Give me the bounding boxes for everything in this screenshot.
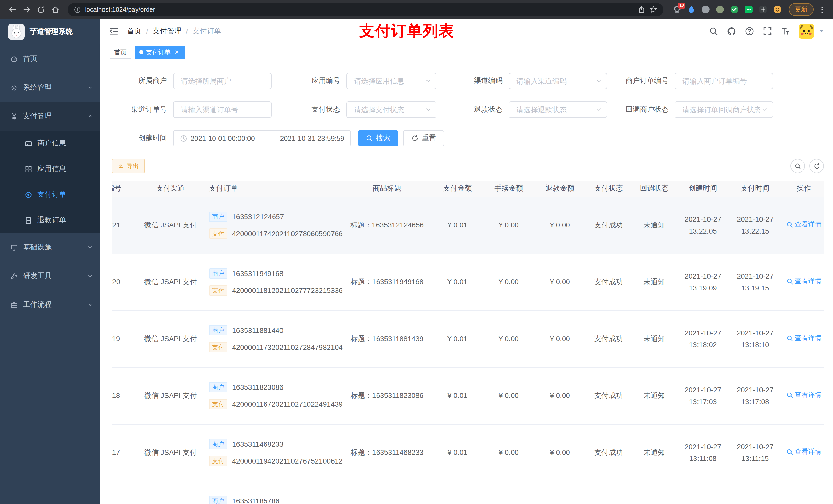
filter-pay-status-input[interactable] (353, 105, 425, 114)
home-button[interactable] (48, 3, 63, 16)
filter-channel-code-input[interactable] (515, 76, 595, 86)
column-header: 回调状态 (632, 181, 677, 197)
tab-close-icon[interactable]: × (173, 49, 180, 56)
refresh-table-button[interactable] (809, 159, 824, 173)
cell-refund: ¥ 0.00 (534, 310, 586, 367)
export-button[interactable]: 导出 (112, 159, 145, 173)
merchant-order-no: 1635311468233 (232, 438, 283, 450)
filter-merchant-input[interactable] (180, 76, 267, 86)
filter-channel-order-no-input[interactable] (180, 105, 267, 114)
filter-refund-status-input[interactable] (515, 105, 595, 114)
cell-create-time: 2021-10-27 13:19:09 (677, 254, 729, 310)
cell-id: 120 (112, 254, 137, 310)
filter-cell: 商户订单编号 (607, 73, 773, 89)
view-tab[interactable]: 首页 (110, 46, 131, 59)
cell-fee: ¥ 0.00 (483, 310, 534, 367)
create-time-range-picker[interactable]: 2021-10-01 00:00:00 - 2021-10-31 23:59:5… (173, 130, 351, 146)
chevron-down-icon (87, 302, 93, 308)
filter-notify-status-field[interactable] (675, 101, 773, 118)
filter-refund-status-field[interactable] (509, 101, 607, 118)
reset-button[interactable]: 重置 (403, 130, 444, 146)
user-avatar[interactable] (799, 24, 814, 39)
app-grid-icon (25, 165, 32, 173)
breadcrumb-item[interactable]: 首页 (127, 27, 141, 36)
cell-pay-status: 支付成功 (586, 310, 632, 367)
cell-channel (137, 481, 204, 504)
sidebar-submenu-item[interactable]: 支付订单 (0, 182, 100, 208)
sidebar-menu-item[interactable]: 首页 (0, 45, 100, 73)
cell-action: 查看详情 (781, 197, 824, 254)
breadcrumb-item[interactable]: 支付管理 (153, 27, 181, 36)
browser-menu-icon[interactable] (817, 5, 828, 14)
sidebar-submenu-item[interactable]: 应用信息 (0, 156, 100, 182)
header-search-icon[interactable] (709, 27, 718, 36)
filter-pay-status-field[interactable] (346, 101, 436, 118)
reload-button[interactable] (34, 3, 48, 16)
extension-puzzle-icon[interactable]: 10 (673, 5, 681, 14)
filter-merchant-field[interactable] (173, 73, 271, 89)
cell-create-time: 2021-10-27 13:22:05 (677, 197, 729, 254)
check-circle-icon (730, 5, 739, 14)
extension-circle-icon[interactable] (701, 5, 710, 14)
sidebar-menu-item[interactable]: 研发工具 (0, 262, 100, 290)
sidebar-menu-item[interactable]: 基础设施 (0, 233, 100, 262)
cell-pay-order: 商户 1635311949168 支付 42000011812021102777… (204, 254, 342, 310)
cell-pay-time (729, 481, 781, 504)
filter-merchant-order-no-field[interactable] (675, 73, 773, 89)
cell-id: 117 (112, 424, 137, 481)
magnifier-icon (786, 221, 793, 228)
extension-pin-icon[interactable] (759, 5, 767, 14)
extension-drop-icon[interactable] (687, 5, 696, 14)
extension-face-icon[interactable] (773, 5, 782, 14)
extension-chat-icon[interactable] (744, 5, 753, 14)
filter-label: 退款状态 (436, 105, 509, 114)
app-logo[interactable]: 芋道管理系统 (0, 19, 100, 45)
avatar-caret-icon[interactable] (819, 28, 825, 34)
github-icon[interactable] (727, 27, 736, 36)
rabbit-logo-icon (8, 24, 25, 40)
cell-pay-order: 商户 1635311468233 支付 42000011942021102767… (204, 424, 342, 481)
cell-pay-status (586, 481, 632, 504)
filter-app-no-input[interactable] (353, 76, 425, 86)
bookmark-star-icon[interactable] (649, 6, 657, 13)
filter-notify-status-input[interactable] (681, 105, 761, 114)
goods-title: 1635311468233 (372, 449, 423, 457)
share-icon[interactable] (638, 6, 645, 13)
cell-fee: ¥ 0.00 (483, 424, 534, 481)
fullscreen-icon[interactable] (763, 27, 772, 36)
back-button[interactable] (5, 3, 20, 16)
filter-channel-order-no-field[interactable] (173, 101, 271, 118)
sidebar-menu-item[interactable]: 工作流程 (0, 290, 100, 319)
filter-app-no-field[interactable] (346, 73, 436, 89)
sidebar-toggle-icon[interactable] (109, 26, 119, 37)
font-size-icon[interactable] (781, 27, 790, 36)
view-tab[interactable]: 支付订单 × (135, 46, 185, 59)
view-detail-link[interactable]: 查看详情 (786, 276, 822, 287)
toggle-search-button[interactable] (790, 159, 805, 173)
view-detail-link[interactable]: 查看详情 (786, 390, 822, 401)
breadcrumb-separator: / (146, 27, 148, 35)
filter-channel-code-field[interactable] (509, 73, 607, 89)
chevron-down-icon (87, 273, 93, 279)
help-icon[interactable] (745, 27, 754, 36)
address-bar[interactable]: localhost:1024/pay/order (68, 3, 663, 16)
search-button[interactable]: 搜索 (358, 130, 398, 146)
forward-button[interactable] (20, 3, 34, 16)
extension-circle2-icon[interactable] (716, 5, 724, 14)
view-detail-link[interactable]: 查看详情 (786, 219, 822, 230)
column-header: 支付时间 (729, 181, 781, 197)
sidebar-menu-item[interactable]: 支付管理 (0, 102, 100, 130)
sidebar-menu-item[interactable]: 系统管理 (0, 73, 100, 102)
extension-check-icon[interactable] (730, 5, 739, 14)
url-text: localhost:1024/pay/order (85, 6, 155, 13)
reload-icon (37, 5, 45, 14)
tools-icon (10, 272, 18, 280)
cell-title: 标题：1635312124656 (342, 197, 432, 254)
filter-merchant-order-no-input[interactable] (681, 76, 768, 86)
view-detail-link[interactable]: 查看详情 (786, 447, 822, 457)
sidebar-submenu-item[interactable]: 退款订单 (0, 208, 100, 233)
view-detail-link[interactable]: 查看详情 (786, 333, 822, 344)
table-toolbar: 导出 (112, 159, 824, 173)
browser-update-button[interactable]: 更新 (789, 3, 813, 16)
sidebar-submenu-item[interactable]: 商户信息 (0, 130, 100, 156)
